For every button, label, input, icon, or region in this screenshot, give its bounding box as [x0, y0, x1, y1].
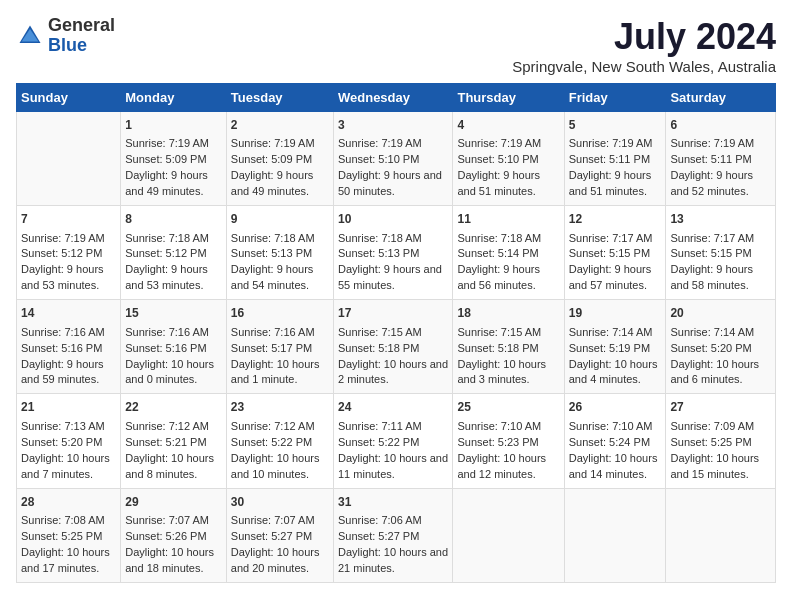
- sunrise: Sunrise: 7:18 AM: [338, 232, 422, 244]
- logo-text: General Blue: [48, 16, 115, 56]
- sunset: Sunset: 5:13 PM: [338, 247, 419, 259]
- day-number: 1: [125, 117, 222, 134]
- sunset: Sunset: 5:13 PM: [231, 247, 312, 259]
- day-cell: 31Sunrise: 7:06 AMSunset: 5:27 PMDayligh…: [333, 488, 452, 582]
- day-cell: [453, 488, 564, 582]
- sunrise: Sunrise: 7:08 AM: [21, 514, 105, 526]
- day-cell: 24Sunrise: 7:11 AMSunset: 5:22 PMDayligh…: [333, 394, 452, 488]
- daylight: Daylight: 9 hours and 51 minutes.: [569, 169, 652, 197]
- day-cell: 15Sunrise: 7:16 AMSunset: 5:16 PMDayligh…: [121, 300, 227, 394]
- week-row-3: 14Sunrise: 7:16 AMSunset: 5:16 PMDayligh…: [17, 300, 776, 394]
- day-cell: 6Sunrise: 7:19 AMSunset: 5:11 PMDaylight…: [666, 112, 776, 206]
- sunrise: Sunrise: 7:12 AM: [125, 420, 209, 432]
- sunset: Sunset: 5:18 PM: [457, 342, 538, 354]
- sunset: Sunset: 5:24 PM: [569, 436, 650, 448]
- daylight: Daylight: 9 hours and 59 minutes.: [21, 358, 104, 386]
- day-number: 30: [231, 494, 329, 511]
- sunrise: Sunrise: 7:15 AM: [457, 326, 541, 338]
- day-number: 19: [569, 305, 662, 322]
- daylight: Daylight: 9 hours and 53 minutes.: [21, 263, 104, 291]
- sunset: Sunset: 5:23 PM: [457, 436, 538, 448]
- day-number: 2: [231, 117, 329, 134]
- day-number: 6: [670, 117, 771, 134]
- daylight: Daylight: 9 hours and 50 minutes.: [338, 169, 442, 197]
- day-number: 20: [670, 305, 771, 322]
- sunset: Sunset: 5:25 PM: [670, 436, 751, 448]
- sunset: Sunset: 5:16 PM: [125, 342, 206, 354]
- day-number: 28: [21, 494, 116, 511]
- day-number: 29: [125, 494, 222, 511]
- sunset: Sunset: 5:10 PM: [338, 153, 419, 165]
- day-cell: 30Sunrise: 7:07 AMSunset: 5:27 PMDayligh…: [226, 488, 333, 582]
- daylight: Daylight: 10 hours and 18 minutes.: [125, 546, 214, 574]
- day-cell: 1Sunrise: 7:19 AMSunset: 5:09 PMDaylight…: [121, 112, 227, 206]
- subtitle: Springvale, New South Wales, Australia: [512, 58, 776, 75]
- daylight: Daylight: 10 hours and 2 minutes.: [338, 358, 448, 386]
- daylight: Daylight: 10 hours and 14 minutes.: [569, 452, 658, 480]
- day-number: 21: [21, 399, 116, 416]
- daylight: Daylight: 9 hours and 53 minutes.: [125, 263, 208, 291]
- daylight: Daylight: 10 hours and 6 minutes.: [670, 358, 759, 386]
- daylight: Daylight: 10 hours and 7 minutes.: [21, 452, 110, 480]
- sunrise: Sunrise: 7:17 AM: [670, 232, 754, 244]
- day-cell: [17, 112, 121, 206]
- col-sunday: Sunday: [17, 84, 121, 112]
- daylight: Daylight: 9 hours and 51 minutes.: [457, 169, 540, 197]
- day-number: 3: [338, 117, 448, 134]
- daylight: Daylight: 9 hours and 49 minutes.: [231, 169, 314, 197]
- day-cell: 4Sunrise: 7:19 AMSunset: 5:10 PMDaylight…: [453, 112, 564, 206]
- logo-icon: [16, 22, 44, 50]
- main-title: July 2024: [512, 16, 776, 58]
- day-number: 15: [125, 305, 222, 322]
- sunrise: Sunrise: 7:14 AM: [569, 326, 653, 338]
- sunrise: Sunrise: 7:16 AM: [231, 326, 315, 338]
- day-cell: 23Sunrise: 7:12 AMSunset: 5:22 PMDayligh…: [226, 394, 333, 488]
- week-row-5: 28Sunrise: 7:08 AMSunset: 5:25 PMDayligh…: [17, 488, 776, 582]
- day-cell: 7Sunrise: 7:19 AMSunset: 5:12 PMDaylight…: [17, 206, 121, 300]
- sunset: Sunset: 5:12 PM: [125, 247, 206, 259]
- sunrise: Sunrise: 7:19 AM: [125, 137, 209, 149]
- sunset: Sunset: 5:25 PM: [21, 530, 102, 542]
- day-number: 12: [569, 211, 662, 228]
- header: General Blue July 2024 Springvale, New S…: [16, 16, 776, 75]
- col-wednesday: Wednesday: [333, 84, 452, 112]
- day-cell: [666, 488, 776, 582]
- day-number: 17: [338, 305, 448, 322]
- header-row: Sunday Monday Tuesday Wednesday Thursday…: [17, 84, 776, 112]
- day-number: 22: [125, 399, 222, 416]
- day-cell: [564, 488, 666, 582]
- day-cell: 20Sunrise: 7:14 AMSunset: 5:20 PMDayligh…: [666, 300, 776, 394]
- sunset: Sunset: 5:15 PM: [569, 247, 650, 259]
- sunrise: Sunrise: 7:07 AM: [125, 514, 209, 526]
- sunrise: Sunrise: 7:09 AM: [670, 420, 754, 432]
- sunrise: Sunrise: 7:16 AM: [21, 326, 105, 338]
- sunrise: Sunrise: 7:18 AM: [457, 232, 541, 244]
- sunrise: Sunrise: 7:06 AM: [338, 514, 422, 526]
- daylight: Daylight: 10 hours and 8 minutes.: [125, 452, 214, 480]
- day-cell: 12Sunrise: 7:17 AMSunset: 5:15 PMDayligh…: [564, 206, 666, 300]
- sunset: Sunset: 5:27 PM: [231, 530, 312, 542]
- day-cell: 5Sunrise: 7:19 AMSunset: 5:11 PMDaylight…: [564, 112, 666, 206]
- sunrise: Sunrise: 7:13 AM: [21, 420, 105, 432]
- sunset: Sunset: 5:19 PM: [569, 342, 650, 354]
- sunrise: Sunrise: 7:10 AM: [457, 420, 541, 432]
- day-cell: 25Sunrise: 7:10 AMSunset: 5:23 PMDayligh…: [453, 394, 564, 488]
- sunset: Sunset: 5:10 PM: [457, 153, 538, 165]
- day-number: 26: [569, 399, 662, 416]
- sunset: Sunset: 5:14 PM: [457, 247, 538, 259]
- sunset: Sunset: 5:22 PM: [231, 436, 312, 448]
- daylight: Daylight: 10 hours and 10 minutes.: [231, 452, 320, 480]
- sunset: Sunset: 5:27 PM: [338, 530, 419, 542]
- sunrise: Sunrise: 7:19 AM: [670, 137, 754, 149]
- sunset: Sunset: 5:12 PM: [21, 247, 102, 259]
- daylight: Daylight: 9 hours and 49 minutes.: [125, 169, 208, 197]
- sunset: Sunset: 5:11 PM: [569, 153, 650, 165]
- calendar-table: Sunday Monday Tuesday Wednesday Thursday…: [16, 83, 776, 583]
- daylight: Daylight: 9 hours and 58 minutes.: [670, 263, 753, 291]
- sunrise: Sunrise: 7:07 AM: [231, 514, 315, 526]
- sunrise: Sunrise: 7:19 AM: [569, 137, 653, 149]
- day-number: 4: [457, 117, 559, 134]
- week-row-1: 1Sunrise: 7:19 AMSunset: 5:09 PMDaylight…: [17, 112, 776, 206]
- day-cell: 14Sunrise: 7:16 AMSunset: 5:16 PMDayligh…: [17, 300, 121, 394]
- calendar-header: Sunday Monday Tuesday Wednesday Thursday…: [17, 84, 776, 112]
